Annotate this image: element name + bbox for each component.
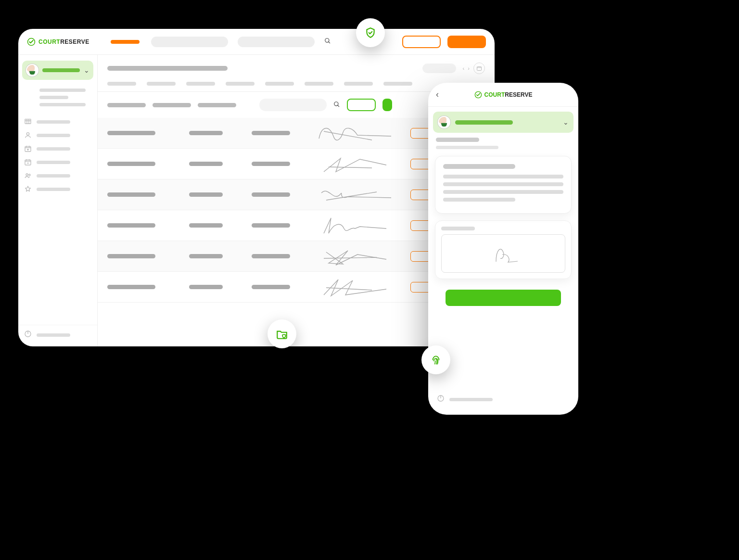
sidebar-logout-label: [37, 333, 70, 337]
cell: [252, 131, 290, 135]
sidebar-sublink[interactable]: [39, 103, 86, 106]
col-header[interactable]: [383, 82, 412, 86]
brand-logo: COURTRESERVE: [474, 91, 533, 99]
cell: [189, 131, 223, 135]
signature-cell: [314, 183, 396, 206]
mobile-app-frame: ‹ COURTRESERVE ⌄: [428, 83, 578, 415]
sidebar-item-label: [37, 134, 70, 137]
cell: [189, 223, 223, 228]
sidebar-sublink[interactable]: [39, 96, 68, 99]
sidebar-user-sublinks: [18, 85, 97, 110]
sidebar-item-members[interactable]: [18, 128, 97, 142]
header-primary-button[interactable]: [447, 36, 486, 48]
signature-label: [441, 227, 475, 230]
cell: [189, 162, 223, 166]
brand-part-b: RESERVE: [60, 38, 89, 45]
brand-part-a: COURT: [38, 38, 60, 45]
mobile-logout-label: [449, 398, 493, 401]
grid-icon: [24, 118, 32, 126]
avatar: [438, 116, 450, 128]
search-field-2[interactable]: [238, 37, 315, 47]
sidebar-item-groups[interactable]: [18, 169, 97, 182]
chevron-down-icon: ⌄: [563, 118, 569, 126]
cell: [107, 192, 155, 197]
sidebar-item-dashboard[interactable]: [18, 115, 97, 128]
badge-folder: [268, 319, 296, 348]
filter-solid-button[interactable]: [382, 99, 392, 111]
pager-arrows[interactable]: ‹ ›: [463, 65, 471, 71]
mobile-logout[interactable]: [428, 388, 578, 415]
search-icon[interactable]: [324, 38, 331, 46]
period-selector[interactable]: [422, 64, 456, 73]
table-search-input[interactable]: [259, 99, 327, 111]
star-icon: [24, 185, 32, 193]
page-title: [107, 66, 228, 71]
search-field-1[interactable]: [151, 37, 228, 47]
calendar-icon[interactable]: [473, 63, 485, 74]
sidebar-item-bookings[interactable]: [18, 142, 97, 155]
power-icon: [24, 330, 32, 340]
col-header[interactable]: [186, 82, 215, 86]
mobile-page-title: [428, 138, 578, 156]
sidebar-item-label: [37, 161, 70, 164]
mobile-user-name: [455, 120, 513, 125]
cell: [252, 162, 290, 166]
cell: [252, 223, 290, 228]
header-outline-button[interactable]: [402, 36, 441, 48]
group-icon: [24, 172, 32, 179]
signature-cell: [314, 214, 396, 237]
mobile-waiver-card: [435, 156, 572, 214]
page-titlebar: ‹ ›: [98, 55, 495, 79]
sidebar-user-name: [42, 68, 80, 72]
logo-check-icon: [474, 91, 482, 99]
desktop-app-frame: COURTRESERVE ⌄: [18, 29, 495, 346]
filter-2[interactable]: [153, 103, 191, 107]
power-icon: [437, 395, 445, 404]
mobile-user-selector[interactable]: ⌄: [433, 112, 573, 133]
calendar-add-icon: [24, 145, 32, 153]
card-line: [443, 175, 563, 178]
cell: [189, 285, 223, 289]
mobile-submit-button[interactable]: [446, 290, 561, 306]
card-line: [443, 198, 515, 202]
user-icon: [24, 131, 32, 139]
sidebar-item-label: [37, 188, 70, 191]
svg-rect-5: [25, 160, 31, 165]
sidebar-item-label: [37, 174, 70, 178]
signature-cell: [314, 276, 396, 299]
col-header[interactable]: [305, 82, 333, 86]
signature-cell: [314, 245, 396, 268]
search-icon[interactable]: [333, 101, 340, 109]
sidebar-sublink[interactable]: [39, 89, 86, 92]
col-header[interactable]: [344, 82, 373, 86]
cell: [107, 162, 155, 166]
active-tab-indicator[interactable]: [111, 40, 140, 44]
sidebar-item-schedule[interactable]: [18, 155, 97, 169]
filter-outline-button[interactable]: [347, 99, 376, 111]
svg-rect-9: [477, 67, 482, 71]
sidebar-item-label: [37, 120, 70, 124]
col-header[interactable]: [226, 82, 255, 86]
logo-check-icon: [27, 38, 36, 46]
cell: [107, 131, 155, 135]
cell: [252, 192, 290, 197]
sidebar-item-favorites[interactable]: [18, 182, 97, 196]
sidebar: ⌄: [18, 55, 98, 346]
badge-fingerprint: [421, 345, 450, 374]
filter-3[interactable]: [198, 103, 236, 107]
filter-1[interactable]: [107, 103, 146, 107]
col-header[interactable]: [147, 82, 176, 86]
sidebar-item-label: [37, 147, 70, 151]
col-header[interactable]: [265, 82, 294, 86]
calendar-minus-icon: [24, 158, 32, 166]
sidebar-user-selector[interactable]: ⌄: [22, 61, 93, 80]
mobile-header: ‹ COURTRESERVE: [428, 83, 578, 107]
signature-pad[interactable]: [441, 234, 565, 273]
col-header[interactable]: [107, 82, 136, 86]
cell: [189, 192, 223, 197]
mobile-signature-card: [435, 220, 572, 279]
cell: [107, 223, 155, 228]
back-button[interactable]: ‹: [436, 89, 439, 100]
sidebar-logout[interactable]: [18, 325, 97, 346]
svg-point-7: [29, 174, 30, 176]
